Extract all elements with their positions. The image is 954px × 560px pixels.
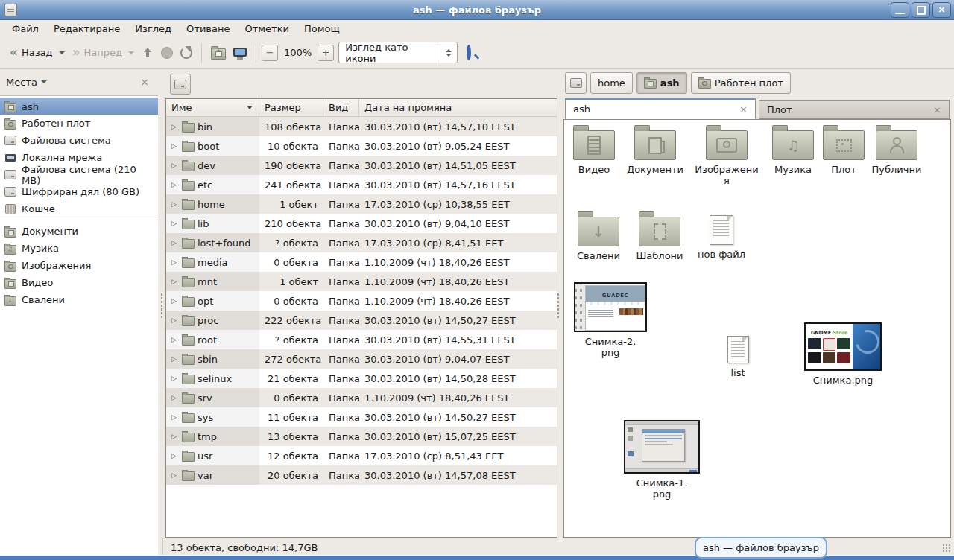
expander-icon[interactable]: ▷	[171, 336, 179, 343]
menu-edit[interactable]: Редактиране	[46, 22, 127, 36]
computer-button[interactable]	[230, 46, 250, 60]
column-header-size[interactable]: Размер	[259, 99, 323, 116]
sidebar-item-filesystem-210mb[interactable]: Файлова система (210 MB)	[0, 166, 158, 183]
table-row[interactable]: ▷dev190 обектаПапка30.03.2010 (вт) 14,51…	[166, 156, 557, 175]
minimize-button[interactable]	[891, 2, 909, 18]
column-header-date[interactable]: Дата на промяна	[359, 99, 557, 116]
view-mode-select[interactable]: Изглед като икони	[338, 42, 458, 63]
folder-item-templates[interactable]: Шаблони	[625, 211, 694, 261]
menu-help[interactable]: Помощ	[297, 22, 347, 36]
expander-icon[interactable]: ▷	[171, 162, 179, 169]
zoom-out-button[interactable]: −	[262, 45, 278, 61]
sidebar-item-desktop[interactable]: Работен плот	[0, 115, 158, 132]
table-row[interactable]: ▷proc222 обектаПапка30.03.2010 (вт) 14,5…	[166, 311, 557, 330]
table-row[interactable]: ▷selinux21 обектаПапка30.03.2010 (вт) 14…	[166, 369, 557, 388]
menu-bookmarks[interactable]: Отметки	[237, 22, 296, 36]
menu-file[interactable]: Файл	[4, 22, 46, 36]
expander-icon[interactable]: ▷	[171, 471, 179, 479]
sidebar-close-button[interactable]: ×	[137, 76, 152, 88]
table-row[interactable]: ▷home1 обектПапка17.03.2010 (ср) 10,38,5…	[166, 194, 557, 214]
expander-icon[interactable]: ▷	[171, 142, 179, 150]
table-row[interactable]: ▷tmp13 обектаПапка30.03.2010 (вт) 15,07,…	[166, 427, 557, 446]
folder-item-pictures[interactable]: Изображения	[695, 124, 759, 186]
file-item-snimka1[interactable]: Снимка-1.png	[624, 420, 700, 500]
folder-item-downloads[interactable]: ↓ Свалени	[564, 211, 633, 261]
folder-item-public[interactable]: Публични	[862, 124, 931, 175]
table-row[interactable]: ▷root? обектаПапка30.03.2010 (вт) 14,55,…	[166, 330, 557, 349]
table-row[interactable]: ▷var20 обектаПапка30.03.2010 (вт) 14,57,…	[166, 465, 557, 485]
taskbar-window-tooltip[interactable]: ash — файлов браузър	[695, 537, 827, 559]
expander-icon[interactable]: ▷	[171, 181, 179, 188]
close-button[interactable]: ×	[932, 2, 951, 18]
maximize-button[interactable]	[912, 2, 930, 18]
expander-icon[interactable]: ▷	[171, 278, 179, 285]
search-button[interactable]	[458, 47, 477, 58]
table-row[interactable]: ▷srv0 обектаПапка1.10.2009 (чт) 18,40,26…	[166, 388, 557, 407]
table-row[interactable]: ▷lib210 обектаПапка30.03.2010 (вт) 9,04,…	[166, 214, 557, 233]
menu-go[interactable]: Отиване	[179, 22, 237, 36]
folder-item-video[interactable]: Видео	[560, 124, 628, 175]
home-button[interactable]	[207, 42, 230, 63]
expander-icon[interactable]: ▷	[171, 239, 179, 246]
file-item-list[interactable]: list	[704, 331, 772, 378]
table-row[interactable]: ▷etc241 обектаПапка30.03.2010 (вт) 14,57…	[166, 175, 557, 194]
path-home-button[interactable]: home	[590, 72, 633, 94]
file-item-new-file[interactable]: нов файл	[687, 211, 756, 260]
back-history-chevron-icon[interactable]	[59, 51, 65, 54]
table-row[interactable]: ▷bin108 обектаПапка30.03.2010 (вт) 14,57…	[166, 117, 557, 136]
table-row[interactable]: ▷opt0 обектаПапка1.10.2009 (чт) 18,40,26…	[166, 291, 557, 311]
expander-icon[interactable]: ▷	[171, 200, 179, 208]
expander-icon[interactable]: ▷	[171, 375, 179, 382]
view-mode-spinner[interactable]	[440, 42, 457, 63]
sidebar-item-pictures[interactable]: Изображения	[0, 257, 158, 274]
tab-close-icon[interactable]: ×	[739, 104, 748, 115]
menu-view[interactable]: Изглед	[127, 22, 179, 36]
expander-icon[interactable]: ▷	[171, 433, 179, 440]
tab-plot[interactable]: Плот ×	[759, 100, 950, 119]
tree-root-button[interactable]	[170, 74, 191, 95]
path-ash-button[interactable]: ash	[636, 72, 687, 94]
stop-button[interactable]	[157, 44, 177, 62]
up-button[interactable]	[138, 44, 157, 62]
table-row[interactable]: ▷boot10 обектаПапка30.03.2010 (вт) 9,05,…	[166, 136, 557, 156]
table-row[interactable]: ▷sys11 обектаПапка30.03.2010 (вт) 14,50,…	[166, 407, 557, 427]
expander-icon[interactable]: ▷	[171, 316, 179, 324]
forward-history-chevron-icon[interactable]	[128, 51, 134, 54]
expander-icon[interactable]: ▷	[171, 413, 179, 421]
icon-view[interactable]: Видео Документи Изображения ♫ Музика Пло…	[563, 119, 951, 538]
expander-icon[interactable]: ▷	[171, 220, 179, 227]
sidebar-item-music[interactable]: ♫ Музика	[0, 240, 158, 257]
zoom-in-button[interactable]: +	[318, 45, 334, 61]
expander-icon[interactable]: ▷	[171, 258, 179, 266]
path-desktop-button[interactable]: Работен плот	[691, 72, 791, 94]
titlebar[interactable]: ash — файлов браузър ×	[0, 0, 954, 20]
file-item-snimka2[interactable]: GUADEC Снимка-2.png	[573, 282, 648, 358]
sidebar-item-filesystem[interactable]: Файлова система	[0, 132, 158, 149]
resize-grip[interactable]	[942, 544, 952, 553]
sidebar-item-video[interactable]: Видео	[0, 274, 158, 291]
column-header-name[interactable]: Име	[166, 99, 259, 116]
path-root-button[interactable]	[565, 72, 587, 94]
sidebar-item-home[interactable]: ash	[0, 98, 158, 115]
tab-ash[interactable]: ash ×	[565, 98, 756, 119]
table-row[interactable]: ▷usr12 обектаПапка17.03.2010 (ср) 8,51,4…	[166, 446, 557, 465]
sidebar-item-documents[interactable]: Документи	[0, 223, 158, 240]
table-row[interactable]: ▷lost+found? обектаПапка17.03.2010 (ср) …	[166, 233, 557, 252]
sidebar-item-downloads[interactable]: ↓ Свалени	[0, 291, 158, 308]
expander-icon[interactable]: ▷	[171, 355, 179, 363]
back-button[interactable]: « Назад	[6, 43, 69, 62]
folder-item-documents[interactable]: Документи	[621, 124, 689, 175]
expander-icon[interactable]: ▷	[171, 297, 179, 305]
table-row[interactable]: ▷media0 обектаПапка1.10.2009 (чт) 18,40,…	[166, 252, 557, 272]
pane-splitter-left[interactable]	[158, 69, 165, 556]
table-row[interactable]: ▷mnt1 обектПапка1.10.2009 (чт) 18,40,26 …	[166, 272, 557, 291]
sidebar-item-encrypted-80gb[interactable]: Шифриран дял (80 GB)	[0, 183, 158, 200]
tab-close-icon[interactable]: ×	[933, 104, 941, 115]
reload-button[interactable]	[177, 44, 196, 62]
table-row[interactable]: ▷sbin272 обектаПапка30.03.2010 (вт) 9,04…	[166, 349, 557, 369]
expander-icon[interactable]: ▷	[171, 123, 179, 130]
sidebar-item-trash[interactable]: Кошче	[0, 200, 158, 217]
forward-button[interactable]: » Напред	[69, 43, 138, 62]
file-item-snimka[interactable]: GNOME Store Снимка.png	[805, 322, 881, 386]
expander-icon[interactable]: ▷	[171, 394, 179, 401]
